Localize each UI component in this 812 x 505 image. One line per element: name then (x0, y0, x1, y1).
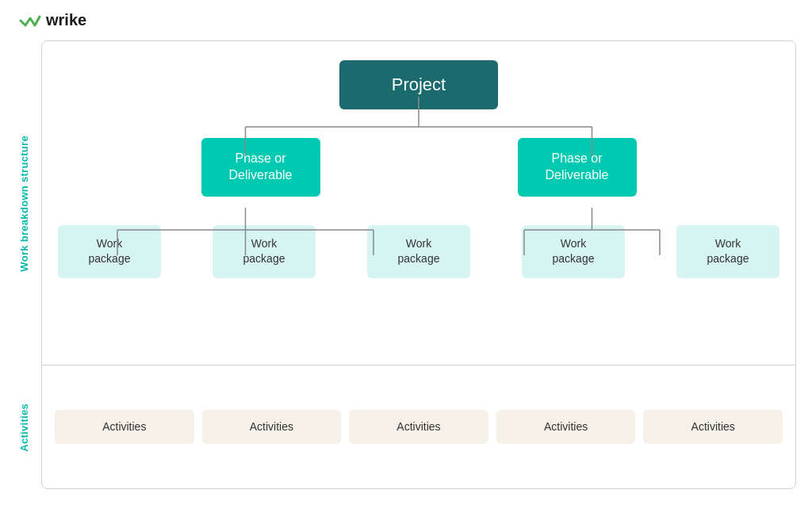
logo: wrike (19, 11, 86, 29)
activity-box-3: Activities (349, 410, 488, 445)
activity-box-1: Activities (55, 410, 194, 445)
project-row: Project (55, 60, 783, 109)
wbs-label: Work breakdown structure (18, 136, 30, 272)
activities-label-container: Activities (6, 366, 41, 489)
logo-text: wrike (46, 11, 86, 29)
wp-box-1: Work package (58, 225, 161, 278)
wp-box-5: Work package (676, 225, 779, 278)
phase-box-2: Phase or Deliverable (518, 138, 637, 197)
activity-box-4: Activities (496, 410, 636, 445)
wp-row: Work package Work package Work package W… (55, 225, 783, 278)
wp-box-3: Work package (367, 225, 470, 278)
wrike-logo-icon (19, 12, 41, 29)
project-box: Project (339, 60, 498, 109)
header: wrike (0, 0, 812, 40)
activities-sidebar-label: Activities (18, 404, 30, 452)
wbs-panel: Project Phase or Deliverable Phase or De… (42, 41, 795, 365)
wbs-label-container: Work breakdown structure (6, 40, 41, 366)
wp-box-2: Work package (213, 225, 316, 278)
diagram-area: Project Phase or Deliverable Phase or De… (41, 40, 796, 489)
activity-box-5: Activities (643, 410, 783, 445)
phase-row: Phase or Deliverable Phase or Deliverabl… (55, 138, 783, 197)
phase-box-1: Phase or Deliverable (201, 138, 320, 197)
wp-box-4: Work package (522, 225, 625, 278)
activity-box-2: Activities (202, 410, 342, 445)
activities-panel: Activities Activities Activities Activit… (42, 365, 795, 488)
